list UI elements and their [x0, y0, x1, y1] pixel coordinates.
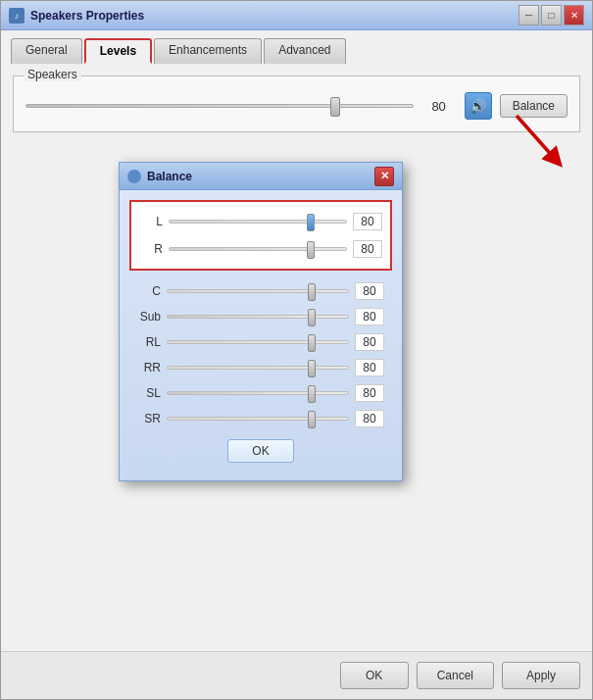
tab-levels[interactable]: Levels [84, 38, 152, 64]
title-bar-controls: ─ □ ✕ [519, 5, 584, 25]
channel-slider-rr[interactable] [167, 366, 349, 370]
channel-row-sl: SL 80 [137, 380, 384, 406]
title-bar: ♪ Speakers Properties ─ □ ✕ [1, 1, 592, 30]
channel-row-sub: Sub 80 [137, 304, 384, 329]
other-channels: C 80 Sub 80 [129, 278, 392, 431]
dialog-icon [127, 170, 141, 183]
channel-thumb-r[interactable] [307, 241, 315, 259]
volume-slider-track[interactable] [25, 104, 414, 108]
ok-button[interactable]: OK [340, 662, 409, 689]
channel-thumb-c[interactable] [308, 283, 316, 301]
speakers-group: Speakers 80 🔊 Balance [13, 75, 580, 132]
channel-label-sub: Sub [137, 310, 161, 324]
tab-advanced[interactable]: Advanced [264, 38, 345, 64]
channel-value-c: 80 [355, 282, 384, 300]
main-window: ♪ Speakers Properties ─ □ ✕ General Leve… [0, 0, 593, 700]
channel-thumb-sr[interactable] [308, 411, 316, 428]
balance-button[interactable]: Balance [500, 94, 568, 118]
channel-row-r: R 80 [139, 235, 382, 263]
channel-label-l: L [139, 215, 163, 228]
window-title: Speakers Properties [30, 9, 519, 23]
channel-label-sr: SR [137, 412, 161, 425]
tab-general[interactable]: General [11, 38, 82, 64]
tabs-bar: General Levels Enhancements Advanced [1, 30, 592, 64]
channel-thumb-sl[interactable] [308, 385, 316, 403]
dialog-close-button[interactable]: ✕ [374, 167, 394, 186]
channel-value-r: 80 [353, 240, 382, 258]
channel-slider-c[interactable] [167, 289, 349, 293]
channel-thumb-rr[interactable] [308, 360, 316, 377]
channel-row-rl: RL 80 [137, 329, 384, 355]
channel-slider-rl[interactable] [167, 340, 349, 344]
channel-thumb-l[interactable] [307, 214, 315, 231]
close-button[interactable]: ✕ [564, 5, 584, 25]
dialog-ok-button[interactable]: OK [227, 439, 293, 463]
tab-content: Speakers 80 🔊 Balance Balance ✕ [1, 64, 592, 651]
channel-label-r: R [139, 242, 163, 256]
apply-button[interactable]: Apply [502, 662, 580, 689]
minimize-button[interactable]: ─ [519, 5, 539, 25]
channel-slider-sr[interactable] [167, 417, 349, 421]
channel-slider-sub[interactable] [167, 315, 349, 319]
maximize-button[interactable]: □ [541, 5, 562, 25]
dialog-title-bar: Balance ✕ [120, 163, 402, 190]
channel-label-rr: RR [137, 361, 161, 375]
channel-row-rr: RR 80 [137, 355, 384, 380]
channel-value-sr: 80 [355, 410, 384, 427]
speakers-label: Speakers [24, 68, 81, 81]
channel-slider-r[interactable] [169, 247, 347, 251]
dialog-title: Balance [147, 170, 374, 183]
channel-label-c: C [137, 284, 161, 298]
tab-enhancements[interactable]: Enhancements [154, 38, 262, 64]
balance-dialog: Balance ✕ L 80 R [119, 162, 403, 481]
speakers-row: 80 🔊 Balance [25, 92, 568, 120]
channel-row-c: C 80 [137, 278, 384, 304]
mute-toggle-button[interactable]: 🔊 [465, 92, 492, 120]
channel-row-sr: SR 80 [137, 406, 384, 431]
channel-thumb-rl[interactable] [308, 334, 316, 352]
cancel-button[interactable]: Cancel [417, 662, 494, 689]
channel-value-rr: 80 [355, 359, 384, 376]
channel-value-rl: 80 [355, 333, 384, 351]
channel-label-rl: RL [137, 335, 161, 349]
channel-slider-l[interactable] [169, 220, 347, 224]
channel-slider-sl[interactable] [167, 391, 349, 395]
dialog-content: L 80 R 80 [120, 190, 402, 480]
channel-value-l: 80 [353, 213, 382, 230]
channel-thumb-sub[interactable] [308, 309, 316, 326]
window-icon: ♪ [9, 8, 25, 24]
highlighted-channels: L 80 R 80 [129, 200, 392, 271]
volume-slider-container [25, 94, 414, 118]
channel-label-sl: SL [137, 386, 161, 400]
channel-value-sub: 80 [355, 308, 384, 325]
volume-slider-thumb[interactable] [330, 97, 340, 117]
channel-value-sl: 80 [355, 384, 384, 402]
channel-row-l: L 80 [139, 208, 382, 235]
bottom-buttons: OK Cancel Apply [1, 651, 592, 699]
volume-value: 80 [421, 99, 457, 114]
